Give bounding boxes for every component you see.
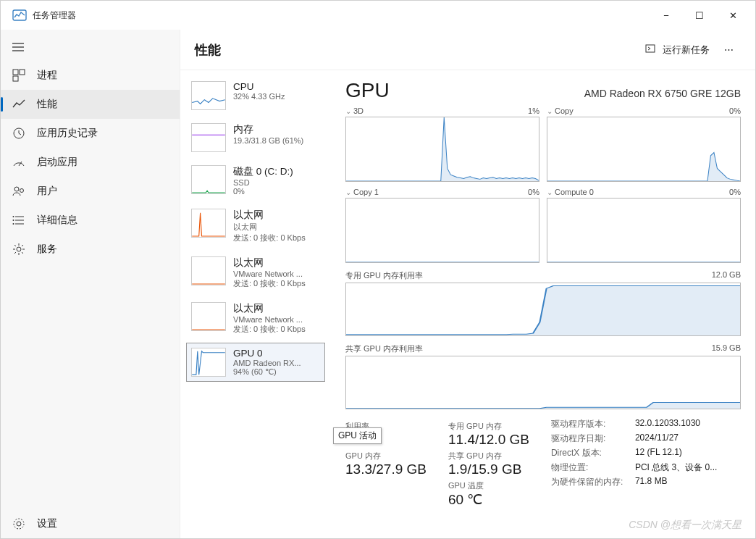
perf-item-3[interactable]: 以太网以太网发送: 0 接收: 0 Kbps xyxy=(186,204,325,248)
hamburger-button[interactable] xyxy=(1,35,180,61)
svg-point-14 xyxy=(13,216,14,217)
chart-area xyxy=(345,356,741,409)
stat-value: 1.9/15.9 GB xyxy=(448,461,529,477)
nav-services[interactable]: 服务 xyxy=(1,235,180,264)
perf-item-sub: 32% 4.33 GHz xyxy=(233,92,320,101)
gauge-icon xyxy=(12,156,25,169)
perf-item-sub2: 94% (60 ℃) xyxy=(233,367,320,377)
stat-val: PCI 总线 3、设备 0... xyxy=(635,461,717,474)
svg-point-17 xyxy=(17,247,21,251)
svg-point-15 xyxy=(13,220,14,221)
perf-thumb xyxy=(191,256,226,285)
nav-details[interactable]: 详细信息 xyxy=(1,206,180,235)
perf-item-6[interactable]: GPU 0AMD Radeon RX...94% (60 ℃) xyxy=(186,343,325,382)
nav-label: 服务 xyxy=(37,243,57,256)
nav-app-history[interactable]: 应用历史记录 xyxy=(1,119,180,148)
perf-item-name: GPU 0 xyxy=(233,348,320,359)
list-icon xyxy=(12,214,25,227)
perf-item-2[interactable]: 磁盘 0 (C: D:)SSD0% xyxy=(186,160,325,201)
sidebar: 进程 性能 应用历史记录 启动应用 用户 详细信息 xyxy=(1,30,180,538)
chart-label: 共享 GPU 内存利用率 xyxy=(345,343,712,354)
nav-performance[interactable]: 性能 xyxy=(1,90,180,119)
stat-label: 共享 GPU 内存 xyxy=(448,451,529,461)
stat-key: 为硬件保留的内存: xyxy=(551,476,623,488)
svg-point-9 xyxy=(14,187,19,191)
perf-item-1[interactable]: 内存19.3/31.8 GB (61%) xyxy=(186,118,325,157)
stat-val: 2024/11/27 xyxy=(635,433,679,445)
svg-marker-25 xyxy=(346,286,740,335)
mem-chart-1: 共享 GPU 内存利用率15.9 GB xyxy=(345,343,741,409)
nav-label: 设置 xyxy=(37,517,57,530)
stat-value: 60 ℃ xyxy=(448,491,529,508)
engine-chart-Copy 1[interactable]: ⌄ Copy 10% xyxy=(345,188,539,263)
chart-area xyxy=(345,283,741,336)
svg-point-19 xyxy=(14,519,24,529)
nav-startup[interactable]: 启动应用 xyxy=(1,148,180,177)
chart-label: 3D xyxy=(353,106,364,115)
chevron-down-icon: ⌄ xyxy=(547,188,553,196)
titlebar[interactable]: 任务管理器 − ☐ ✕ xyxy=(1,1,755,30)
perf-item-name: 内存 xyxy=(233,123,320,136)
chart-label: Copy xyxy=(555,106,574,115)
perf-thumb xyxy=(191,348,226,377)
chart-pct: 0% xyxy=(729,106,741,115)
grid-icon xyxy=(12,69,25,82)
stat-label: GPU 温度 xyxy=(448,480,529,491)
engine-chart-3D[interactable]: ⌄ 3D1% xyxy=(345,106,539,182)
engine-chart-Compute 0[interactable]: ⌄ Compute 00% xyxy=(547,188,741,263)
stat-value: 11.4/12.0 GB xyxy=(448,432,529,448)
perf-item-0[interactable]: CPU32% 4.33 GHz xyxy=(186,76,325,115)
chart-max: 15.9 GB xyxy=(712,343,741,354)
close-button[interactable]: ✕ xyxy=(716,4,749,27)
run-icon xyxy=(645,43,657,57)
perf-item-sub: 以太网 xyxy=(233,222,320,233)
detail-title: GPU xyxy=(345,79,584,102)
watermark: CSDN @想看一次满天星 xyxy=(629,519,742,532)
tooltip: GPU 活动 xyxy=(333,427,382,444)
window-title: 任务管理器 xyxy=(33,9,76,22)
engine-chart-Copy[interactable]: ⌄ Copy0% xyxy=(547,106,741,182)
stat-value: 13.3/27.9 GB xyxy=(345,461,427,477)
stat-key: 物理位置: xyxy=(551,461,623,474)
stat-label: GPU 内存 xyxy=(345,451,427,461)
svg-rect-4 xyxy=(13,70,18,75)
perf-item-sub2: 0% xyxy=(233,187,320,196)
svg-rect-5 xyxy=(20,70,25,75)
nav-processes[interactable]: 进程 xyxy=(1,61,180,90)
perf-item-name: 磁盘 0 (C: D:) xyxy=(233,165,320,178)
performance-list[interactable]: CPU32% 4.33 GHz内存19.3/31.8 GB (61%)磁盘 0 … xyxy=(180,70,331,538)
nav-label: 用户 xyxy=(37,185,57,198)
svg-point-10 xyxy=(20,189,24,193)
chart-label: 专用 GPU 内存利用率 xyxy=(345,270,712,281)
stat-label: 专用 GPU 内存 xyxy=(448,421,529,432)
gpu-detail: GPU AMD Radeon RX 6750 GRE 12GB ⌄ 3D1%⌄ … xyxy=(331,70,755,538)
settings-icon xyxy=(12,517,25,530)
chart-pct: 1% xyxy=(528,106,539,115)
more-button[interactable]: ⋯ xyxy=(717,40,741,59)
perf-thumb xyxy=(191,123,226,152)
perf-item-4[interactable]: 以太网VMware Network ...发送: 0 接收: 0 Kbps xyxy=(186,251,325,294)
run-new-task-button[interactable]: 运行新任务 xyxy=(638,38,717,61)
perf-item-name: 以太网 xyxy=(233,256,320,270)
perf-thumb xyxy=(191,81,226,110)
stat-val: 32.0.12033.1030 xyxy=(635,418,700,430)
perf-item-5[interactable]: 以太网VMware Network ...发送: 0 接收: 0 Kbps xyxy=(186,297,325,340)
chevron-down-icon: ⌄ xyxy=(345,188,351,196)
perf-item-sub: 19.3/31.8 GB (61%) xyxy=(233,136,320,145)
run-task-label: 运行新任务 xyxy=(663,43,710,57)
chart-max: 12.0 GB xyxy=(712,270,741,281)
chevron-down-icon: ⌄ xyxy=(345,107,351,115)
perf-thumb xyxy=(191,209,226,238)
nav-settings[interactable]: 设置 xyxy=(1,509,180,538)
nav-label: 进程 xyxy=(37,69,57,82)
app-icon xyxy=(12,8,27,22)
maximize-button[interactable]: ☐ xyxy=(683,4,716,27)
app-window: 任务管理器 − ☐ ✕ 进程 性能 应用历史记录 xyxy=(0,0,756,539)
stat-val: 71.8 MB xyxy=(635,476,668,488)
detail-subtitle: AMD Radeon RX 6750 GRE 12GB xyxy=(584,88,741,99)
chart-pct: 0% xyxy=(729,188,741,196)
minimize-button[interactable]: − xyxy=(650,4,683,27)
perf-item-name: 以太网 xyxy=(233,302,320,315)
stat-key: 驱动程序日期: xyxy=(551,433,623,445)
nav-users[interactable]: 用户 xyxy=(1,177,180,206)
